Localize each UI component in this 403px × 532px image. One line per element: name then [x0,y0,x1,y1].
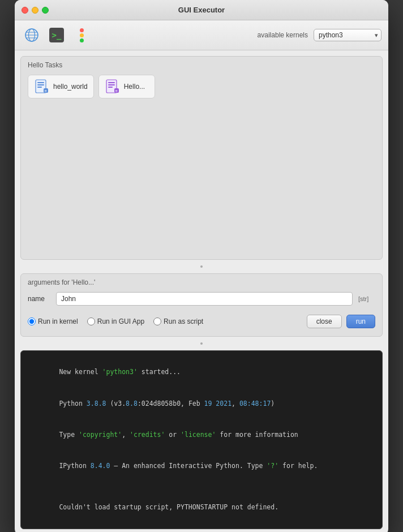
run-script-radio[interactable] [153,318,161,325]
console-line-2: Python 3.8.8 (v3.8.8:024d8058b0, Feb 19 … [28,388,375,419]
task-hello-world-icon: ≡ [34,79,50,95]
run-gui-radio[interactable] [87,318,95,325]
window-title: GUI Executor [178,6,225,14]
zoom-button[interactable] [42,7,49,14]
traffic-icon [74,28,89,42]
console-line-4: IPython 8.4.0 — An enhanced Interactive … [28,451,375,482]
run-kernel-radio[interactable] [28,318,36,325]
run-kernel-option[interactable]: Run in kernel [28,318,78,325]
run-kernel-label: Run in kernel [38,318,78,325]
task-hello-dots-icon: ≡ [105,79,121,95]
console-line-5 [28,482,375,492]
globe-button[interactable] [22,25,42,45]
toolbar: >_ available kernels python3 python2 R j… [15,20,388,50]
arg-row-name: name [str] [28,292,375,306]
svg-rect-14 [108,87,113,88]
args-body: name [str] Run in kernel Run in GUI App [21,290,382,336]
console-divider-dot [200,342,203,345]
run-options: Run in kernel Run in GUI App Run as scri… [28,310,375,332]
kernel-select-wrapper: python3 python2 R julia [314,29,381,41]
globe-icon [24,28,39,42]
close-button[interactable] [22,7,28,14]
traffic-lights [22,7,49,14]
traffic-light-button[interactable] [71,25,92,45]
main-window: GUI Executor >_ available kernels [15,0,388,532]
run-script-label: Run as script [164,318,203,325]
kernel-area: available kernels python3 python2 R juli… [258,29,381,41]
kernel-label: available kernels [258,31,308,39]
divider-dot [200,265,203,268]
task-hello-dots[interactable]: ≡ Hello... [98,75,155,98]
arg-type-name: [str] [358,295,375,302]
run-gui-label: Run in GUI App [97,318,144,325]
svg-rect-12 [108,82,115,83]
arg-label-name: name [28,295,50,303]
console-text: New kernel [59,368,102,376]
console-text: started... [138,368,181,376]
terminal-button[interactable]: >_ [46,25,67,45]
tasks-panel: Hello Tasks ≡ hello_world [20,56,383,260]
panel-divider[interactable] [20,264,383,269]
svg-text:≡: ≡ [45,89,47,93]
console-panel: New kernel 'python3' started... Python 3… [20,350,383,529]
terminal-icon: >_ [49,28,64,42]
args-panel: arguments for 'Hello...' name [str] Run … [20,273,383,337]
tasks-panel-title: Hello Tasks [21,57,382,72]
run-gui-option[interactable]: Run in GUI App [87,318,144,325]
svg-text:≡: ≡ [115,89,117,93]
console-line-1: New kernel 'python3' started... [28,357,375,388]
main-content: Hello Tasks ≡ hello_world [15,50,388,532]
task-hello-world[interactable]: ≡ hello_world [28,75,94,98]
task-hello-dots-label: Hello... [124,83,145,91]
svg-rect-7 [37,84,44,85]
run-script-option[interactable]: Run as script [153,318,203,325]
console-line-3: Type 'copyright', 'credits' or 'license'… [28,419,375,450]
console-text: 'python3' [102,368,138,376]
svg-rect-6 [37,82,44,83]
action-buttons: close run [307,315,375,328]
tasks-grid: ≡ hello_world ≡ [21,72,382,105]
svg-rect-8 [37,87,42,88]
svg-rect-13 [108,84,115,85]
minimize-button[interactable] [32,7,38,14]
run-button[interactable]: run [346,315,375,328]
kernel-select[interactable]: python3 python2 R julia [314,29,381,41]
task-hello-world-label: hello_world [53,83,88,91]
console-divider[interactable] [20,341,383,346]
console-line-6: Couldn't load startup script, PYTHONSTAR… [28,492,375,523]
close-button[interactable]: close [307,315,342,328]
args-panel-title: arguments for 'Hello...' [21,274,382,290]
title-bar: GUI Executor [15,0,388,20]
arg-input-name[interactable] [56,292,353,306]
